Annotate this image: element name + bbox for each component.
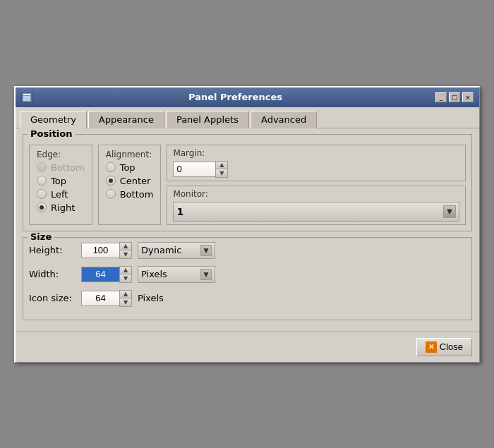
window-title: Panel Preferences bbox=[35, 92, 435, 102]
close-icon: ✕ bbox=[426, 341, 437, 353]
edge-bottom-option[interactable]: Bottom bbox=[37, 162, 85, 173]
close-button[interactable]: ✕ Close bbox=[416, 338, 472, 356]
close-label: Close bbox=[440, 341, 463, 352]
margin-input[interactable] bbox=[173, 162, 215, 177]
edge-label: Edge: bbox=[37, 150, 85, 159]
alignment-radio-group: Top Center Bottom bbox=[106, 162, 154, 200]
position-grid: Edge: Bottom Top Left bbox=[29, 145, 466, 225]
height-input[interactable] bbox=[81, 243, 119, 258]
icon-size-spin-down[interactable]: ▼ bbox=[120, 298, 131, 306]
width-input[interactable] bbox=[81, 267, 119, 282]
edge-bottom-radio[interactable] bbox=[37, 162, 47, 172]
width-unit-value: Pixels bbox=[141, 269, 200, 279]
width-unit-dropdown[interactable]: Pixels ▼ bbox=[138, 266, 215, 283]
edge-left-radio[interactable] bbox=[37, 189, 47, 199]
edge-top-option[interactable]: Top bbox=[37, 176, 85, 186]
width-spin-up[interactable]: ▲ bbox=[120, 267, 131, 274]
monitor-value: 1 bbox=[176, 206, 443, 217]
edge-column: Edge: Bottom Top Left bbox=[29, 145, 92, 225]
width-spinbox: ▲ ▼ bbox=[81, 266, 132, 283]
minimize-button[interactable]: _ bbox=[435, 92, 447, 102]
icon-size-unit: Pixels bbox=[138, 293, 164, 303]
monitor-label: Monitor: bbox=[173, 189, 459, 199]
height-spin-down[interactable]: ▼ bbox=[120, 250, 131, 258]
svg-rect-2 bbox=[23, 96, 30, 101]
alignment-top-option[interactable]: Top bbox=[106, 162, 154, 173]
window-controls: _ □ × bbox=[435, 92, 474, 102]
width-spin-buttons: ▲ ▼ bbox=[119, 266, 132, 283]
size-section: Size Height: ▲ ▼ Dynamic ▼ Width: bbox=[23, 237, 472, 320]
height-label: Height: bbox=[29, 245, 76, 255]
icon-size-label: Icon size: bbox=[29, 293, 76, 303]
width-row: Width: ▲ ▼ Pixels ▼ bbox=[29, 266, 466, 283]
edge-right-radio[interactable] bbox=[37, 202, 47, 212]
alignment-label: Alignment: bbox=[106, 150, 154, 159]
height-spin-up[interactable]: ▲ bbox=[120, 243, 131, 250]
edge-left-option[interactable]: Left bbox=[37, 189, 85, 200]
height-dropdown-arrow[interactable]: ▼ bbox=[200, 245, 212, 256]
svg-rect-1 bbox=[23, 94, 30, 95]
content-area: Position Edge: Bottom Top bbox=[16, 128, 479, 332]
edge-radio-group: Bottom Top Left Right bbox=[37, 162, 85, 213]
margin-monitor-column: Margin: ▲ ▼ Monitor: 1 bbox=[167, 145, 466, 225]
icon-size-spin-up[interactable]: ▲ bbox=[120, 291, 131, 298]
height-unit-value: Dynamic bbox=[141, 245, 200, 255]
position-section: Position Edge: Bottom Top bbox=[23, 134, 472, 231]
margin-box: Margin: ▲ ▼ bbox=[167, 145, 466, 181]
tabs-bar: Geometry Appearance Panel Applets Advanc… bbox=[16, 107, 479, 128]
margin-spin-down[interactable]: ▼ bbox=[216, 169, 227, 177]
size-title: Size bbox=[28, 231, 54, 242]
height-spinbox: ▲ ▼ bbox=[81, 242, 132, 259]
tab-panel-applets[interactable]: Panel Applets bbox=[166, 111, 249, 128]
alignment-center-radio[interactable] bbox=[106, 176, 116, 186]
edge-top-radio[interactable] bbox=[37, 176, 47, 186]
margin-spin-buttons: ▲ ▼ bbox=[215, 161, 228, 178]
width-spin-down[interactable]: ▼ bbox=[120, 274, 131, 282]
footer: ✕ Close bbox=[16, 332, 479, 362]
monitor-dropdown-arrow[interactable]: ▼ bbox=[443, 205, 456, 218]
tab-advanced[interactable]: Advanced bbox=[251, 111, 317, 128]
alignment-top-radio[interactable] bbox=[106, 162, 116, 172]
width-dropdown-arrow[interactable]: ▼ bbox=[200, 269, 212, 280]
margin-spin-up[interactable]: ▲ bbox=[216, 162, 227, 169]
icon-size-input[interactable] bbox=[81, 291, 119, 306]
alignment-center-option[interactable]: Center bbox=[106, 176, 154, 186]
alignment-bottom-radio[interactable] bbox=[106, 189, 116, 199]
titlebar: Panel Preferences _ □ × bbox=[16, 87, 479, 107]
alignment-bottom-option[interactable]: Bottom bbox=[106, 189, 154, 200]
margin-spinbox: ▲ ▼ bbox=[173, 161, 459, 178]
edge-right-option[interactable]: Right bbox=[37, 202, 85, 213]
close-button[interactable]: × bbox=[462, 92, 474, 102]
icon-size-spin-buttons: ▲ ▼ bbox=[119, 290, 132, 307]
panel-preferences-window: Panel Preferences _ □ × Geometry Appeara… bbox=[14, 86, 480, 363]
tab-geometry[interactable]: Geometry bbox=[20, 111, 87, 128]
maximize-button[interactable]: □ bbox=[449, 92, 460, 102]
icon-size-spinbox: ▲ ▼ bbox=[81, 290, 132, 307]
window-icon bbox=[21, 92, 32, 103]
tab-appearance[interactable]: Appearance bbox=[88, 111, 164, 128]
height-unit-dropdown[interactable]: Dynamic ▼ bbox=[138, 242, 215, 259]
height-row: Height: ▲ ▼ Dynamic ▼ bbox=[29, 242, 466, 259]
alignment-column: Alignment: Top Center Bottom bbox=[98, 145, 162, 225]
monitor-box: Monitor: 1 ▼ bbox=[167, 186, 466, 225]
width-label: Width: bbox=[29, 269, 76, 279]
height-spin-buttons: ▲ ▼ bbox=[119, 242, 132, 259]
icon-size-row: Icon size: ▲ ▼ Pixels bbox=[29, 290, 466, 307]
position-title: Position bbox=[28, 128, 76, 139]
monitor-dropdown[interactable]: 1 ▼ bbox=[173, 202, 459, 222]
margin-label: Margin: bbox=[173, 148, 459, 158]
